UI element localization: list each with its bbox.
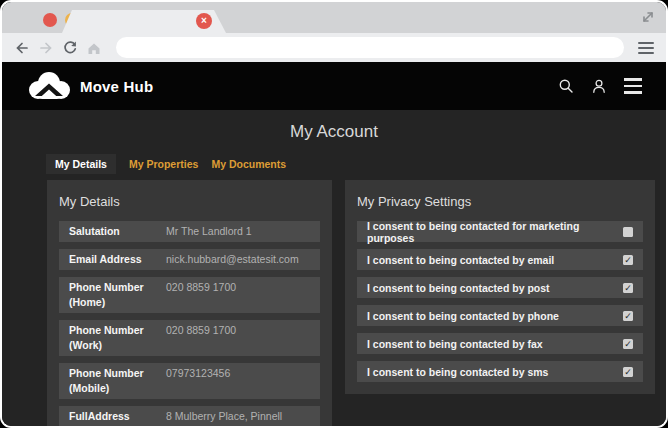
privacy-row-email: I consent to being contacted by email (357, 249, 643, 270)
phone-consent-checkbox[interactable] (623, 311, 633, 321)
tab-my-details[interactable]: My Details (46, 154, 116, 174)
detail-row-phone-home: Phone Number (Home)020 8859 1700 (59, 277, 320, 313)
marketing-consent-checkbox[interactable] (623, 227, 633, 237)
movehub-logo-icon[interactable] (26, 71, 72, 101)
privacy-row-phone: I consent to being contacted by phone (357, 305, 643, 326)
browser-window: × (0, 0, 668, 428)
email-consent-checkbox[interactable] (623, 255, 633, 265)
sms-consent-checkbox[interactable] (623, 367, 633, 377)
detail-row-full-address: FullAddress8 Mulberry Place, Pinnell Roa… (59, 406, 320, 428)
page-title: My Account (2, 110, 666, 142)
page-content: My Account My Details My Properties My D… (2, 110, 666, 428)
window-close-button[interactable] (43, 13, 57, 27)
privacy-row-post: I consent to being contacted by post (357, 277, 643, 298)
reload-icon[interactable] (62, 40, 78, 56)
privacy-row-fax: I consent to being contacted by fax (357, 333, 643, 354)
home-icon[interactable] (86, 40, 102, 56)
post-consent-checkbox[interactable] (623, 283, 633, 293)
tab-my-documents[interactable]: My Documents (211, 154, 286, 174)
forward-icon[interactable] (38, 40, 54, 56)
browser-titlebar: × (2, 2, 666, 33)
detail-row-phone-mobile: Phone Number (Mobile)07973123456 (59, 363, 320, 399)
back-icon[interactable] (14, 40, 30, 56)
brand-name[interactable]: Move Hub (80, 78, 153, 95)
user-icon[interactable] (591, 78, 607, 94)
browser-tab[interactable]: × (62, 10, 226, 33)
privacy-panel-title: My Privacy Settings (357, 194, 643, 209)
detail-row-email: Email Addressnick.hubbard@estatesit.com (59, 249, 320, 270)
account-tabs: My Details My Properties My Documents (46, 154, 666, 174)
fax-consent-checkbox[interactable] (623, 339, 633, 349)
search-icon[interactable] (558, 78, 574, 94)
address-bar-input[interactable] (116, 37, 624, 58)
browser-menu-icon[interactable] (638, 39, 654, 57)
details-panel-title: My Details (59, 194, 320, 209)
privacy-row-sms: I consent to being contacted by sms (357, 361, 643, 382)
nav-menu-icon[interactable] (624, 74, 642, 97)
tab-my-properties[interactable]: My Properties (129, 154, 198, 174)
window-resize-icon[interactable] (640, 9, 656, 25)
site-header: Move Hub (2, 62, 666, 110)
browser-toolbar (2, 33, 666, 62)
tab-close-icon[interactable]: × (196, 13, 212, 29)
detail-row-salutation: SalutationMr The Landlord 1 (59, 221, 320, 242)
privacy-row-marketing: I consent to being contacted for marketi… (357, 221, 643, 242)
detail-row-phone-work: Phone Number (Work)020 8859 1700 (59, 320, 320, 356)
my-details-panel: My Details SalutationMr The Landlord 1 E… (47, 180, 332, 428)
privacy-settings-panel: My Privacy Settings I consent to being c… (345, 180, 655, 394)
